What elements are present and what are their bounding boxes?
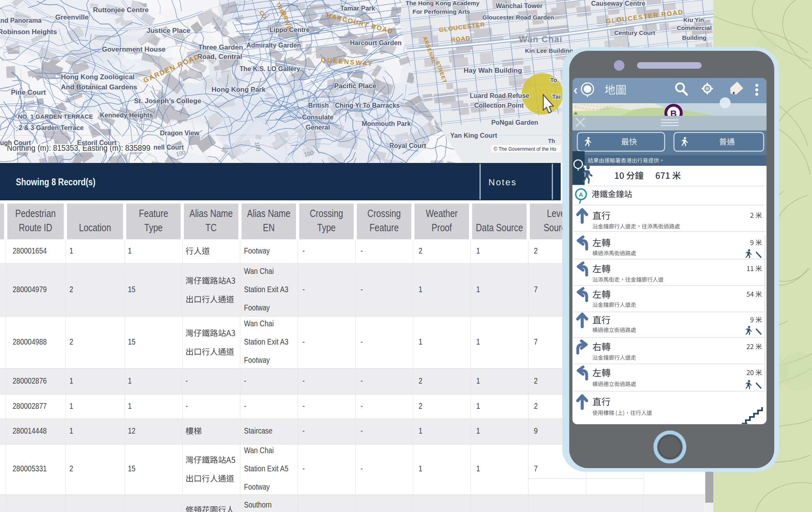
svg-text:1: 1	[419, 337, 422, 346]
svg-text:2: 2	[419, 246, 422, 255]
svg-text:2: 2	[534, 376, 538, 385]
svg-text:280002877: 280002877	[13, 401, 47, 410]
svg-text:1: 1	[128, 401, 132, 410]
svg-text:Pine Court: Pine Court	[11, 89, 46, 96]
svg-text:Building: Building	[682, 34, 706, 41]
svg-text:Showing 8 Record(s): Showing 8 Record(s)	[16, 176, 95, 187]
svg-text:1: 1	[476, 337, 480, 346]
svg-text:Justice Place: Justice Place	[147, 27, 190, 35]
svg-text:2: 2	[69, 337, 73, 346]
svg-text:Ching Yi To Barracks: Ching Yi To Barracks	[335, 102, 400, 109]
svg-text:Alias Name: Alias Name	[247, 208, 291, 219]
svg-text:Commercial: Commercial	[677, 24, 712, 31]
svg-text:-: -	[302, 426, 305, 435]
svg-text:1: 1	[69, 401, 73, 410]
svg-text:1: 1	[476, 246, 480, 255]
svg-text:Century Court: Century Court	[614, 29, 655, 36]
svg-text:Footway: Footway	[244, 303, 270, 312]
svg-text:-: -	[186, 401, 188, 410]
svg-text:Dragon View: Dragon View	[160, 130, 199, 137]
svg-text:‹: ‹	[573, 82, 578, 97]
svg-text:-: -	[302, 246, 305, 255]
svg-text:Kiu Yin: Kiu Yin	[683, 16, 704, 23]
svg-text:12: 12	[128, 426, 136, 435]
svg-text:7: 7	[534, 464, 538, 473]
svg-text:Route ID: Route ID	[19, 222, 52, 233]
svg-text:1: 1	[128, 246, 132, 255]
svg-text:-: -	[361, 426, 363, 435]
svg-text:1: 1	[476, 284, 480, 294]
svg-text:St. Joseph’s College: St. Joseph’s College	[134, 97, 201, 105]
svg-text:Government House: Government House	[102, 46, 166, 53]
svg-text:Footway: Footway	[244, 482, 270, 491]
svg-text:-: -	[302, 284, 305, 294]
svg-text:2: 2	[534, 246, 538, 255]
svg-text:2: 2	[69, 284, 73, 294]
svg-text:Yan King Court: Yan King Court	[450, 132, 497, 139]
svg-text:Ruttonjee Centre: Ruttonjee Centre	[93, 6, 149, 14]
svg-text:1: 1	[419, 464, 422, 473]
svg-text:PoNgai Garden: PoNgai Garden	[491, 119, 538, 126]
svg-text:Location: Location	[79, 222, 111, 233]
svg-text:Collection Point: Collection Point	[474, 102, 524, 109]
svg-text:Consulate: Consulate	[302, 114, 333, 121]
svg-text:2: 2	[69, 464, 73, 473]
svg-text:Type: Type	[317, 222, 335, 233]
svg-text:-: -	[244, 401, 246, 410]
svg-text:1: 1	[69, 376, 73, 385]
svg-text:Harcourt Garden: Harcourt Garden	[350, 39, 402, 46]
svg-text:Monmouth Park: Monmouth Park	[362, 120, 411, 127]
svg-text:Footway: Footway	[244, 246, 270, 255]
svg-text:A: A	[579, 191, 583, 198]
svg-text:Robinson Heights: Robinson Heights	[0, 28, 57, 36]
svg-text:ugh Court: ugh Court	[0, 139, 31, 146]
svg-text:NO. 1 GARDEN TERRACE: NO. 1 GARDEN TERRACE	[18, 113, 93, 120]
svg-text:Proof: Proof	[432, 222, 452, 233]
svg-text:9: 9	[534, 426, 538, 435]
svg-text:Kennedy Heights: Kennedy Heights	[100, 112, 153, 119]
svg-text:Wan Chai: Wan Chai	[519, 34, 562, 44]
svg-text:Wanchai Tower: Wanchai Tower	[496, 2, 543, 9]
svg-text:-: -	[244, 376, 246, 385]
svg-text:Gloucester Road Garden: Gloucester Road Garden	[482, 14, 554, 21]
svg-text:Causeway Centre: Causeway Centre	[591, 0, 645, 7]
svg-text:Feature: Feature	[139, 208, 168, 219]
svg-text:1: 1	[476, 376, 480, 385]
svg-text:-: -	[361, 464, 363, 473]
svg-text:7: 7	[534, 337, 538, 346]
svg-text:1: 1	[69, 246, 73, 255]
svg-text:To: To	[550, 76, 557, 83]
svg-text:Estoril Court: Estoril Court	[77, 139, 117, 146]
svg-text:-: -	[361, 401, 363, 410]
svg-text:Station Exit A3: Station Exit A3	[244, 284, 288, 294]
svg-text:280004979: 280004979	[13, 284, 47, 294]
svg-text:15: 15	[128, 464, 136, 473]
svg-text:-: -	[361, 284, 363, 294]
svg-text:-: -	[302, 401, 305, 410]
svg-text:Tamar Park: Tamar Park	[340, 5, 375, 12]
svg-text:Alias Name: Alias Name	[190, 208, 233, 219]
svg-text:General: General	[306, 124, 330, 131]
svg-text:2 & 3 Garden Terrace: 2 & 3 Garden Terrace	[19, 124, 84, 131]
svg-text:Three Garden: Three Garden	[198, 43, 243, 51]
svg-text:-: -	[186, 376, 188, 385]
svg-text:Wan Chai: Wan Chai	[244, 266, 274, 276]
svg-text:TC: TC	[205, 222, 217, 233]
svg-text:-: -	[361, 376, 363, 385]
svg-text:1: 1	[69, 426, 73, 435]
svg-text:Admiralty Garden: Admiralty Garden	[246, 42, 301, 49]
svg-text:2: 2	[419, 401, 422, 410]
svg-text:EN: EN	[263, 222, 274, 233]
svg-text:1: 1	[128, 376, 132, 385]
svg-text:Feature: Feature	[369, 222, 399, 233]
svg-text:Greenville: Greenville	[55, 13, 89, 21]
svg-text:-: -	[302, 337, 305, 346]
svg-text:15: 15	[128, 284, 136, 294]
svg-text:2: 2	[419, 376, 422, 385]
svg-text:280005331: 280005331	[13, 464, 47, 473]
svg-text:Crossing: Crossing	[367, 208, 401, 219]
svg-text:Footway: Footway	[244, 355, 270, 364]
svg-text:nell Court: nell Court	[153, 144, 184, 151]
svg-text:Pedestrian: Pedestrian	[15, 208, 56, 219]
svg-text:280014448: 280014448	[13, 426, 47, 435]
